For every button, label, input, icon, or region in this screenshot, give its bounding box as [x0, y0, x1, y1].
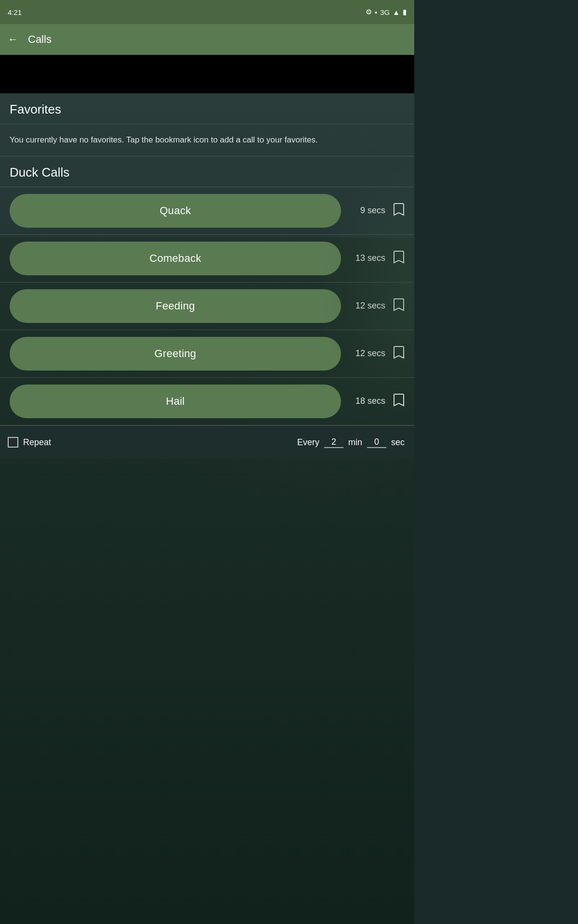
call-button-feeding[interactable]: Feeding [10, 289, 341, 323]
status-indicators: ⚙ ▪ 3G ▲ ▮ [366, 8, 407, 16]
call-row-feeding: Feeding 12 secs [0, 282, 414, 330]
bookmark-icon-feeding[interactable] [391, 298, 407, 314]
sec-label: sec [391, 437, 405, 448]
favorites-section-header: Favorites [0, 93, 414, 124]
bookmark-icon-greeting[interactable] [391, 346, 407, 362]
call-button-comeback[interactable]: Comeback [10, 242, 341, 275]
black-band [0, 55, 414, 93]
repeat-checkbox-container: Repeat [8, 437, 51, 448]
every-label: Every [297, 437, 319, 448]
call-duration-comeback: 13 secs [347, 253, 385, 263]
content-area: Favorites You currently have no favorite… [0, 93, 414, 924]
duck-calls-title: Duck Calls [10, 165, 69, 180]
settings-icon: ⚙ [366, 8, 372, 16]
repeat-label: Repeat [23, 437, 51, 448]
favorites-empty-message-container: You currently have no favorites. Tap the… [0, 124, 414, 156]
duck-calls-section: Duck Calls Quack 9 secs Comeback 13 secs [0, 156, 414, 425]
call-button-greeting[interactable]: Greeting [10, 337, 341, 371]
back-button[interactable]: ← [8, 33, 18, 46]
bookmark-icon-hail[interactable] [391, 393, 407, 410]
bookmark-icon-comeback[interactable] [391, 250, 407, 267]
page-title: Calls [28, 33, 52, 46]
repeat-bar: Repeat Every min sec [0, 425, 414, 459]
repeat-controls: Every min sec [297, 437, 407, 448]
call-row-comeback: Comeback 13 secs [0, 235, 414, 282]
favorites-title: Favorites [10, 102, 61, 116]
status-bar: 4:21 ⚙ ▪ 3G ▲ ▮ [0, 0, 414, 24]
sim-icon: ▪ [375, 8, 377, 16]
status-time: 4:21 [8, 8, 22, 16]
call-duration-hail: 18 secs [347, 396, 385, 406]
network-label: 3G [380, 8, 390, 16]
call-button-hail[interactable]: Hail [10, 385, 341, 418]
call-button-quack[interactable]: Quack [10, 194, 341, 228]
battery-icon: ▮ [403, 8, 407, 16]
call-row-greeting: Greeting 12 secs [0, 330, 414, 378]
signal-icon: ▲ [393, 8, 400, 16]
bookmark-icon-quack[interactable] [391, 203, 407, 219]
sec-value-input[interactable] [367, 437, 386, 448]
app-bar: ← Calls [0, 24, 414, 55]
repeat-checkbox[interactable] [8, 437, 18, 448]
call-row-hail: Hail 18 secs [0, 378, 414, 425]
min-label: min [348, 437, 362, 448]
content-inner: Favorites You currently have no favorite… [0, 93, 414, 459]
call-duration-quack: 9 secs [347, 205, 385, 216]
duck-calls-section-header: Duck Calls [0, 156, 414, 187]
favorites-empty-text: You currently have no favorites. Tap the… [10, 135, 318, 144]
every-value-input[interactable] [324, 437, 343, 448]
call-duration-greeting: 12 secs [347, 348, 385, 359]
call-row-quack: Quack 9 secs [0, 187, 414, 235]
call-duration-feeding: 12 secs [347, 301, 385, 311]
